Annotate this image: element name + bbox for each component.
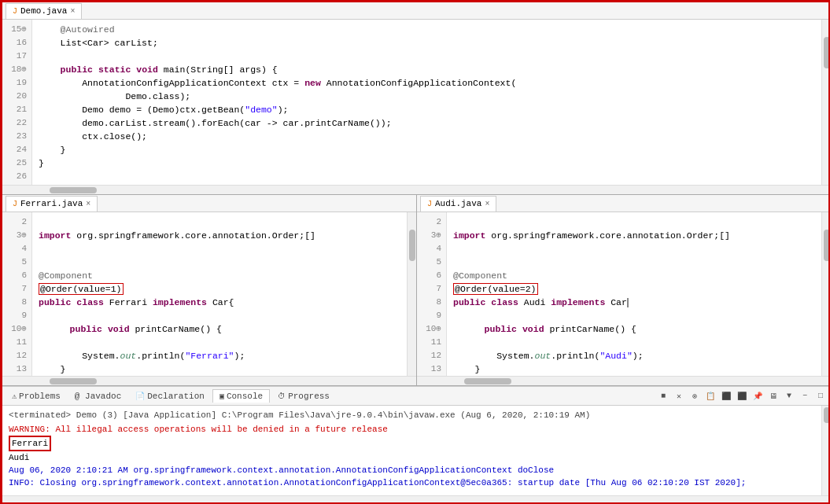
bottom-tab-bar: ⚠ Problems @ Javadoc 📄 Declaration ▣ Con… (2, 387, 830, 406)
tab-demo-java-label: Demo.java (20, 6, 67, 16)
ferrari-scrollbar-thumb[interactable] (409, 230, 415, 261)
console-scrollbar-v[interactable] (821, 406, 830, 495)
ferrari-editor: J Ferrari.java × 2 3⊕ 4 5 6 7 8 9 10⊕ 11… (2, 195, 417, 385)
tab-javadoc[interactable]: @ Javadoc (68, 390, 127, 403)
console-info-1: Aug 06, 2020 2:10:21 AM org.springframew… (9, 464, 815, 476)
tab-progress-label: Progress (288, 392, 330, 401)
ferrari-scrollbar-h[interactable] (2, 376, 416, 385)
scroll-end-button[interactable]: ⬛ (735, 389, 749, 403)
problems-icon: ⚠ (12, 392, 17, 401)
ferrari-tab-bar: J Ferrari.java × (2, 195, 416, 212)
tab-declaration-label: Declaration (147, 392, 205, 401)
audi-scrollbar-v[interactable] (821, 212, 830, 376)
tab-javadoc-label: @ Javadoc (75, 392, 121, 401)
minimize-button[interactable]: − (798, 389, 812, 403)
display-options-button[interactable]: ▼ (782, 389, 796, 403)
demo-code-area: 15⊕ 16 17 18⊕ 19 20 21 22 23 24 25 26 @A… (2, 20, 830, 185)
audi-tab-bar: J Audi.java × (417, 195, 830, 212)
console-scrollbar-h[interactable] (2, 495, 830, 504)
console-icon: ▣ (219, 392, 224, 401)
tab-audi-java-close[interactable]: × (485, 200, 489, 208)
audi-scrollbar-h[interactable] (417, 376, 830, 385)
declaration-icon: 📄 (135, 392, 145, 401)
audi-line-numbers: 2 3⊕ 4 5 6 7 8 9 10⊕ 11 12 13 14 (417, 212, 447, 376)
main-window: J Demo.java × 15⊕ 16 17 18⊕ 19 20 21 22 … (2, 2, 830, 504)
demo-scrollbar-h-thumb[interactable] (50, 187, 97, 193)
ferrari-line-numbers: 2 3⊕ 4 5 6 7 8 9 10⊕ 11 12 13 14 (2, 212, 32, 376)
bottom-panel: ⚠ Problems @ Javadoc 📄 Declaration ▣ Con… (2, 386, 830, 504)
ferrari-scrollbar-v[interactable] (407, 212, 416, 376)
console-audi-output: Audi (9, 451, 815, 464)
console-scrollbar-thumb[interactable] (824, 407, 830, 423)
audi-file-icon: J (427, 200, 432, 208)
console-toolbar: ■ ✕ ⊗ 📋 ⬛ ⬛ 📌 🖥 ▼ − □ (656, 389, 828, 403)
demo-scrollbar-v[interactable] (821, 20, 830, 185)
tab-demo-java-close[interactable]: × (70, 7, 75, 16)
console-text: <terminated> Demo (3) [Java Application]… (2, 406, 821, 495)
close-button[interactable]: ✕ (672, 389, 686, 403)
demo-code-content[interactable]: @Autowired List<Car> carList; public sta… (32, 20, 821, 185)
top-tab-bar: J Demo.java × (2, 2, 830, 20)
pin-button[interactable]: 📌 (751, 389, 765, 403)
tab-progress[interactable]: ⏱ Progress (271, 390, 336, 403)
progress-icon: ⏱ (278, 392, 286, 401)
ferrari-code-area: 2 3⊕ 4 5 6 7 8 9 10⊕ 11 12 13 14 import … (2, 212, 416, 376)
tab-console[interactable]: ▣ Console (212, 389, 270, 403)
java-file-icon: J (13, 7, 17, 16)
audi-editor: J Audi.java × 2 3⊕ 4 5 6 7 8 9 10⊕ 11 12… (417, 195, 830, 385)
tab-audi-java-label: Audi.java (435, 199, 481, 208)
ferrari-code-content[interactable]: import org.springframework.core.annotati… (32, 212, 407, 376)
audi-scrollbar-thumb[interactable] (824, 230, 830, 261)
maximize-button[interactable]: □ (813, 389, 828, 403)
console-body: <terminated> Demo (3) [Java Application]… (2, 406, 830, 495)
stop-button[interactable]: ■ (656, 389, 670, 403)
tab-ferrari-java[interactable]: J Ferrari.java × (6, 196, 98, 212)
editors-bottom: J Ferrari.java × 2 3⊕ 4 5 6 7 8 9 10⊕ 11… (2, 195, 830, 386)
copy-button[interactable]: 📋 (703, 389, 717, 403)
demo-scrollbar-thumb[interactable] (824, 37, 830, 68)
clear-button[interactable]: ⊗ (688, 389, 702, 403)
demo-scrollbar-h[interactable] (2, 185, 830, 194)
ferrari-file-icon: J (13, 200, 17, 208)
console-info-2: INFO: Closing org.springframework.contex… (9, 476, 815, 489)
top-editor: J Demo.java × 15⊕ 16 17 18⊕ 19 20 21 22 … (2, 2, 830, 195)
tab-audi-java[interactable]: J Audi.java × (420, 196, 496, 212)
audi-code-content[interactable]: import org.springframework.core.annotati… (447, 212, 821, 376)
tab-problems-label: Problems (19, 392, 61, 401)
tab-ferrari-java-close[interactable]: × (86, 200, 90, 208)
tab-console-label: Console (227, 392, 263, 401)
new-console-button[interactable]: 🖥 (766, 389, 780, 403)
tab-declaration[interactable]: 📄 Declaration (129, 390, 211, 403)
demo-line-numbers: 15⊕ 16 17 18⊕ 19 20 21 22 23 24 25 26 (2, 20, 32, 185)
console-ferrari-output: Ferrari (9, 436, 51, 451)
tab-demo-java[interactable]: J Demo.java × (6, 3, 82, 19)
console-terminated-header: <terminated> Demo (3) [Java Application]… (9, 409, 815, 421)
audi-code-area: 2 3⊕ 4 5 6 7 8 9 10⊕ 11 12 13 14 import … (417, 212, 830, 376)
console-warning-text: WARNING: All illegal access operations w… (9, 423, 815, 436)
ferrari-scrollbar-h-thumb[interactable] (50, 378, 97, 384)
tab-problems[interactable]: ⚠ Problems (6, 390, 67, 403)
tab-ferrari-java-label: Ferrari.java (20, 199, 83, 208)
audi-scrollbar-h-thumb[interactable] (464, 378, 511, 384)
scroll-lock-button[interactable]: ⬛ (719, 389, 733, 403)
